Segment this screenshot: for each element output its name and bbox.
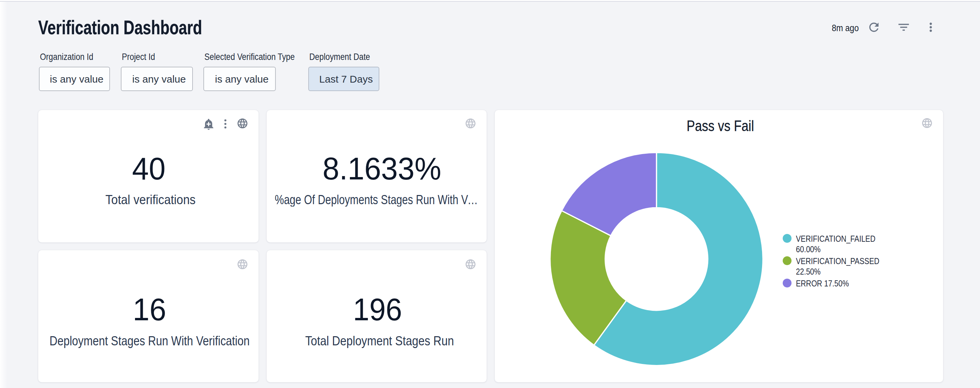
globe-icon[interactable] [237, 258, 248, 270]
legend-dot [783, 279, 792, 287]
legend-item-error[interactable]: ERROR 17.50% [783, 278, 898, 289]
filter-value-button[interactable]: Last 7 Days [308, 67, 379, 91]
tile-label-text: Total Deployment Stages Run [305, 335, 454, 348]
dashboard-actions-button[interactable] [923, 20, 938, 35]
filter-value-text: Last 7 Days [315, 73, 372, 85]
legend-item-verification_failed[interactable]: VERIFICATION_FAILED 60.00% [783, 234, 898, 255]
tile-label-text: Total verifications [105, 193, 195, 206]
chart-title-text: Pass vs Fail [687, 118, 754, 133]
dashboard-page: Verification Dashboard 8m ago Organizati… [0, 0, 980, 388]
globe-icon[interactable] [921, 117, 933, 129]
legend-item-verification_passed[interactable]: VERIFICATION_PASSED 22.50% [783, 256, 898, 277]
filter-label-text: Selected Verification Type [204, 52, 295, 62]
tile-value: 40 [38, 153, 259, 185]
refresh-button[interactable] [866, 20, 881, 35]
legend-label-text: VERIFICATION_PASSED 22.50% [796, 256, 884, 277]
filter-label-text: Project Id [122, 52, 155, 62]
filter-label: Deployment Date [309, 52, 381, 62]
globe-icon[interactable] [465, 118, 476, 129]
filter-label: Selected Verification Type [204, 52, 311, 62]
last-refresh-time: 8m ago [828, 23, 859, 33]
donut-chart[interactable] [545, 147, 768, 371]
filter-label-text: Organization Id [40, 52, 94, 62]
filter-value-button[interactable]: is any value [121, 67, 193, 91]
legend-label: VERIFICATION_FAILED 60.00% [796, 234, 898, 255]
tile-value: 8.1633% [272, 153, 492, 185]
legend-label: VERIFICATION_PASSED 22.50% [796, 256, 898, 277]
tile-value-text: 196 [353, 294, 402, 326]
tile-pass-vs-fail-chart: Pass vs Fail VERIFICATION_FAILED 60.00%V… [495, 110, 943, 382]
filter-project-id: Project Id is any value [121, 52, 193, 91]
filter-label: Project Id [122, 52, 193, 62]
tile-total-verifications: 40 Total verifications [38, 110, 259, 243]
tile-deployment-stages-run-with-verification: 16 Deployment Stages Run With Verificati… [38, 250, 259, 382]
legend-label: ERROR 17.50% [796, 278, 858, 289]
legend-label-text: ERROR 17.50% [796, 278, 849, 289]
tile-label: Total verifications [48, 193, 253, 206]
tile-percentage-of-deployment-stages: 8.1633% %age Of Deployments Stages Run W… [267, 110, 487, 243]
tile-kebab-icon[interactable] [221, 119, 230, 129]
filter-label-text: Deployment Date [309, 52, 370, 62]
tile-value-text: 16 [133, 294, 166, 326]
legend-dot [783, 234, 792, 243]
filter-icon [897, 20, 911, 34]
chart-title: Pass vs Fail [496, 118, 945, 133]
globe-icon[interactable] [465, 258, 476, 270]
filter-organization-id: Organization Id is any value [39, 52, 110, 91]
tile-value: 196 [268, 294, 488, 326]
alert-bell-plus-icon[interactable] [202, 118, 215, 130]
page-title-text: Verification Dashboard [38, 18, 202, 37]
filter-value-text: is any value [210, 73, 268, 85]
filter-label: Organization Id [40, 52, 110, 62]
globe-icon[interactable] [237, 118, 248, 129]
filter-selected-verification-type: Selected Verification Type is any value [204, 52, 311, 91]
tile-value-text: 8.1633% [323, 153, 442, 185]
filter-value-button[interactable]: is any value [204, 67, 276, 91]
refresh-icon [867, 20, 881, 34]
dashboard-filters-button[interactable] [896, 20, 911, 35]
filter-value-button[interactable]: is any value [39, 67, 110, 91]
chart-legend: VERIFICATION_FAILED 60.00%VERIFICATION_P… [783, 234, 898, 290]
tile-label: Total Deployment Stages Run [278, 335, 482, 348]
tile-total-deployment-stages-run: 196 Total Deployment Stages Run [267, 250, 487, 382]
tile-value-text: 40 [132, 153, 165, 185]
tile-value: 16 [39, 294, 259, 326]
tile-label-text: Deployment Stages Run With Verification [50, 335, 250, 348]
filter-value-text: is any value [45, 73, 103, 85]
filter-value-text: is any value [128, 73, 186, 85]
filter-deployment-date: Deployment Date Last 7 Days [308, 52, 381, 91]
legend-dot [783, 256, 792, 265]
last-refresh-text: 8m ago [832, 23, 859, 33]
tile-label: %age Of Deployments Stages Run With Veri… [275, 193, 479, 206]
legend-label-text: VERIFICATION_FAILED 60.00% [796, 234, 884, 255]
tile-label-text: %age Of Deployments Stages Run With Veri… [275, 193, 479, 206]
kebab-icon [924, 20, 938, 34]
page-title: Verification Dashboard [38, 18, 248, 37]
tile-label: Deployment Stages Run With Verification [48, 335, 252, 348]
